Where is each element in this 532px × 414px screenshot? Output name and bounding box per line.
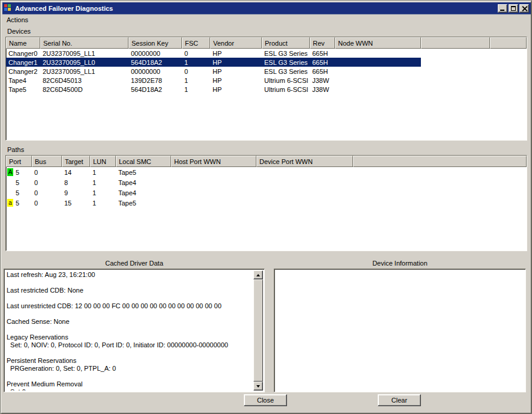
window-controls	[498, 4, 529, 13]
paths-column-header[interactable]: Local SMC	[116, 156, 171, 167]
scroll-up-button[interactable]	[253, 270, 263, 279]
minimize-button[interactable]	[498, 4, 507, 13]
devices-cell: ESL G3 Series	[262, 59, 310, 66]
devices-cell: Tape4	[6, 77, 40, 84]
devices-table[interactable]: NameSerial No.Session KeyFSCVendorProduc…	[5, 37, 527, 141]
paths-cell: 0	[32, 189, 62, 196]
clear-button[interactable]: Clear	[378, 394, 421, 406]
devices-cell: 00000000	[128, 50, 182, 57]
devices-column-header[interactable]: Vendor	[210, 37, 262, 49]
menu-bar: Actions	[2, 15, 531, 25]
cached-data-line	[7, 294, 252, 302]
paths-port-value: 5	[16, 189, 19, 196]
maximize-button[interactable]	[509, 4, 518, 13]
device-information-label: Device Information	[274, 260, 526, 267]
cached-data-line: Last unrestricted CDB: 12 00 00 00 FC 00…	[7, 302, 252, 310]
app-icon	[4, 4, 12, 12]
device-information-panel[interactable]	[274, 269, 526, 392]
cached-data-line: Set: 0, NOIV: 0, Protocol ID: 0, Port ID…	[7, 341, 252, 349]
paths-column-header[interactable]: Host Port WWN	[171, 156, 256, 167]
devices-cell: Tape5	[6, 86, 40, 93]
paths-table-row[interactable]: 5091Tape4	[6, 187, 527, 198]
devices-cell: 139D2E78	[128, 77, 182, 84]
paths-table-body: A50141Tape55081Tape45091Tape4a50151Tape5	[6, 167, 527, 208]
paths-column-header[interactable]: Port	[6, 156, 32, 167]
advanced-failover-diagnostics-dialog: Advanced Failover Diagnostics Actions De…	[0, 0, 532, 414]
paths-cell: 1	[90, 179, 116, 186]
devices-column-header-filler	[490, 37, 527, 49]
cached-data-line	[7, 326, 252, 333]
scrollbar-thumb[interactable]	[253, 279, 263, 382]
devices-cell: 00000000	[128, 68, 182, 75]
paths-cell: 14	[62, 169, 90, 176]
devices-cell: 2U32370095_LL1	[40, 68, 128, 75]
arrow-down-icon	[256, 385, 260, 388]
devices-table-row[interactable]: Tape582C6D4500D564D18A21HPUltrium 6-SCSI…	[6, 85, 527, 94]
paths-cell: 1	[90, 189, 116, 196]
devices-cell: 82C6D45013	[40, 77, 128, 84]
paths-column-header[interactable]: Target	[62, 156, 90, 167]
paths-column-header[interactable]: LUN	[90, 156, 116, 167]
cached-driver-data-text: Last refresh: Aug 23, 16:21:00 Last rest…	[7, 271, 252, 391]
paths-table[interactable]: PortBusTargetLUNLocal SMCHost Port WWNDe…	[5, 155, 527, 251]
paths-table-row[interactable]: a50151Tape5	[6, 198, 527, 208]
paths-column-header[interactable]: Device Port WWN	[256, 156, 353, 167]
window-title: Advanced Failover Diagnostics	[15, 5, 498, 12]
devices-cell: HP	[210, 50, 262, 57]
devices-table-body: Changer02U32370095_LL1000000000HPESL G3 …	[6, 49, 527, 94]
paths-port-cell: A5	[6, 168, 32, 176]
cached-data-line: Prevent Medium Removal	[7, 380, 252, 388]
cached-data-line: Last refresh: Aug 23, 16:21:00	[7, 271, 252, 279]
devices-cell: J38W	[310, 77, 335, 84]
devices-column-header[interactable]: Session Key	[128, 37, 182, 49]
cached-data-line	[7, 279, 252, 287]
devices-cell: 1	[182, 86, 210, 93]
devices-cell: ESL G3 Series	[262, 68, 310, 75]
menu-actions[interactable]: Actions	[2, 15, 32, 25]
devices-table-row[interactable]: Changer22U32370095_LL1000000000HPESL G3 …	[6, 67, 527, 76]
paths-cell: 0	[32, 199, 62, 207]
paths-column-header[interactable]: Bus	[32, 156, 62, 167]
paths-table-row[interactable]: 5081Tape4	[6, 177, 527, 187]
paths-cell: 8	[62, 179, 90, 186]
devices-table-row[interactable]: Tape482C6D45013139D2E781HPUltrium 6-SCSI…	[6, 76, 527, 85]
paths-cell: Tape4	[116, 179, 171, 186]
devices-table-row[interactable]: Changer12U32370095_LL0564D18A21HPESL G3 …	[6, 58, 421, 67]
scroll-down-button[interactable]	[253, 382, 263, 391]
devices-table-row[interactable]: Changer02U32370095_LL1000000000HPESL G3 …	[6, 49, 527, 58]
devices-column-header[interactable]: Product	[262, 37, 310, 49]
cached-data-scrollbar[interactable]	[253, 270, 263, 391]
cached-data-line: Legacy Reservations	[7, 333, 252, 341]
devices-table-header: NameSerial No.Session KeyFSCVendorProduc…	[6, 37, 527, 49]
path-status-badge: a	[7, 199, 13, 207]
paths-cell: 1	[90, 169, 116, 176]
devices-column-header[interactable]: FSC	[182, 37, 210, 49]
devices-cell: 665H	[310, 68, 335, 75]
close-window-button[interactable]	[519, 4, 529, 13]
title-bar[interactable]: Advanced Failover Diagnostics	[2, 2, 531, 14]
paths-cell: Tape5	[116, 169, 171, 176]
devices-column-header[interactable]: Name	[6, 37, 40, 49]
cached-driver-data-panel[interactable]: Last refresh: Aug 23, 16:21:00 Last rest…	[4, 269, 265, 392]
devices-cell: 2U32370095_LL0	[40, 59, 128, 66]
devices-column-header[interactable]: Rev	[310, 37, 335, 49]
cached-data-line: PRGeneration: 0, Set: 0, PTPL_A: 0	[7, 365, 252, 373]
cached-data-line: Set 0	[7, 388, 252, 391]
devices-cell: J38W	[310, 86, 335, 93]
cached-data-line	[7, 349, 252, 357]
paths-cell: 15	[62, 199, 90, 207]
paths-table-row[interactable]: A50141Tape5	[6, 167, 527, 177]
close-button[interactable]: Close	[244, 394, 287, 406]
paths-cell: 0	[32, 169, 62, 176]
cached-data-line: Cached Sense: None	[7, 318, 252, 326]
devices-column-header[interactable]: Serial No.	[40, 37, 128, 49]
devices-cell: 564D18A2	[128, 59, 182, 66]
paths-port-cell: 5	[6, 189, 32, 196]
paths-table-header: PortBusTargetLUNLocal SMCHost Port WWNDe…	[6, 156, 527, 167]
paths-section-label: Paths	[7, 146, 24, 153]
devices-cell: 0	[182, 50, 210, 57]
devices-column-header[interactable]: Node WWN	[335, 37, 421, 49]
devices-cell: Changer2	[6, 68, 40, 75]
devices-cell: 665H	[310, 50, 335, 57]
devices-cell: HP	[210, 77, 262, 84]
